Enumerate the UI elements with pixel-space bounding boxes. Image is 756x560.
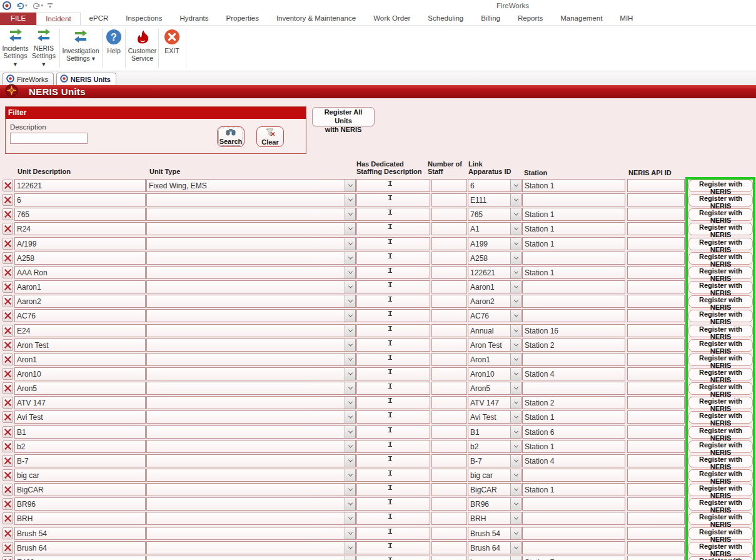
unit-description-input[interactable]: Aron1 [14,353,146,366]
neris-api-id-input[interactable] [627,469,685,482]
unit-type-select[interactable]: Fixed Wing, EMS [146,179,356,192]
register-with-neris-button[interactable]: Register with NERIS [688,354,753,366]
unit-description-input[interactable]: AAA Ron [14,266,146,279]
chevron-down-icon[interactable] [345,426,355,438]
staffing-description-input[interactable] [356,222,430,235]
chevron-down-icon[interactable] [510,484,521,496]
chevron-down-icon[interactable] [510,556,521,560]
link-apparatus-id-select[interactable]: Annual [468,324,522,337]
delete-row-button[interactable] [3,281,13,293]
chevron-down-icon[interactable] [345,556,355,560]
number-of-staff-input[interactable] [431,237,467,250]
unit-description-input[interactable]: big car [14,469,146,482]
register-with-neris-button[interactable]: Register with NERIS [688,339,753,352]
search-button[interactable]: Search [217,126,244,147]
neris-api-id-input[interactable] [627,497,685,511]
chevron-down-icon[interactable] [510,368,521,380]
register-with-neris-button[interactable]: Register with NERIS [688,252,753,265]
neris-api-id-input[interactable] [627,208,685,221]
neris-api-id-input[interactable] [627,309,685,322]
unit-description-input[interactable]: A258 [14,252,146,265]
chevron-down-icon[interactable] [345,180,355,191]
number-of-staff-input[interactable] [431,541,467,554]
delete-row-button[interactable] [3,498,13,510]
delete-row-button[interactable] [3,339,13,351]
register-with-neris-button[interactable]: Register with NERIS [688,281,753,293]
register-with-neris-button[interactable]: Register with NERIS [688,498,753,511]
chevron-down-icon[interactable] [345,325,355,337]
link-apparatus-id-select[interactable]: Aron1 [468,353,522,366]
delete-row-button[interactable] [3,440,13,452]
station-input[interactable] [522,469,625,482]
delete-row-button[interactable] [3,397,13,409]
link-apparatus-id-select[interactable]: b2 [468,440,522,453]
staffing-description-input[interactable] [356,179,430,192]
ribbon-tab-management[interactable]: Management [552,13,611,25]
unit-type-select[interactable] [146,454,356,467]
station-input[interactable]: Station 2 [522,396,625,409]
register-with-neris-button[interactable]: Register with NERIS [688,542,753,554]
number-of-staff-input[interactable] [431,193,467,206]
link-apparatus-id-select[interactable]: Brush 54 [468,527,522,540]
help-button[interactable]: ?Help [104,28,124,68]
chevron-down-icon[interactable] [345,469,355,481]
ribbon-tab-inventory-maintenance[interactable]: Inventory & Maintenance [268,13,365,25]
neris-api-id-input[interactable] [627,512,685,525]
link-apparatus-id-select[interactable]: B-7 [468,454,522,467]
staffing-description-input[interactable] [356,382,430,395]
unit-type-select[interactable] [146,469,356,482]
chevron-down-icon[interactable] [510,223,521,235]
chevron-down-icon[interactable] [345,411,355,423]
number-of-staff-input[interactable] [431,396,467,409]
delete-row-button[interactable] [3,354,13,365]
station-input[interactable]: Station 1 [522,410,625,424]
chevron-down-icon[interactable] [345,267,355,278]
register-with-neris-button[interactable]: Register with NERIS [688,556,753,560]
register-with-neris-button[interactable]: Register with NERIS [688,484,753,496]
neris-api-id-input[interactable] [627,382,685,395]
chevron-down-icon[interactable] [510,411,521,423]
chevron-down-icon[interactable] [345,295,355,307]
link-apparatus-id-select[interactable]: Aron5 [468,382,522,395]
chevron-down-icon[interactable] [345,252,355,264]
number-of-staff-input[interactable] [431,324,467,337]
link-apparatus-id-select[interactable]: BRH [468,512,522,525]
unit-type-select[interactable] [146,339,356,352]
description-input[interactable] [10,133,88,144]
register-with-neris-button[interactable]: Register with NERIS [688,208,753,221]
register-with-neris-button[interactable]: Register with NERIS [688,512,753,525]
station-input[interactable]: Station 4 [522,367,625,380]
ribbon-tab-incident[interactable]: Incident [36,13,80,25]
chevron-down-icon[interactable] [345,440,355,452]
app-logo-icon[interactable] [3,1,11,10]
number-of-staff-input[interactable] [431,440,467,453]
register-with-neris-button[interactable]: Register with NERIS [688,194,753,206]
delete-row-button[interactable] [3,267,13,278]
neris-api-id-input[interactable] [627,280,685,293]
unit-type-select[interactable] [146,410,356,424]
ribbon-tab-epcr[interactable]: ePCR [81,13,118,25]
station-input[interactable]: Station 1 [522,237,625,250]
chevron-down-icon[interactable] [510,208,521,220]
link-apparatus-id-select[interactable]: Aaron2 [468,295,522,308]
unit-description-input[interactable]: 122621 [14,179,146,192]
delete-row-button[interactable] [3,455,13,467]
delete-row-button[interactable] [3,238,13,250]
redo-icon[interactable]: ▾ [32,2,44,9]
unit-type-select[interactable] [146,382,356,395]
delete-row-button[interactable] [3,208,13,220]
staffing-description-input[interactable] [356,367,430,380]
number-of-staff-input[interactable] [431,266,467,279]
delete-row-button[interactable] [3,411,13,423]
station-input[interactable] [522,252,625,265]
ribbon-tab-inspections[interactable]: Inspections [117,13,171,25]
register-with-neris-button[interactable]: Register with NERIS [688,527,753,540]
staffing-description-input[interactable] [356,208,430,221]
staffing-description-input[interactable] [356,469,430,482]
station-input[interactable]: Station 1 [522,483,625,496]
link-apparatus-id-select[interactable]: A258 [468,252,522,265]
station-input[interactable]: Station 2 [522,339,625,352]
chevron-down-icon[interactable] [345,512,355,524]
staffing-description-input[interactable] [356,295,430,308]
delete-row-button[interactable] [3,310,13,322]
